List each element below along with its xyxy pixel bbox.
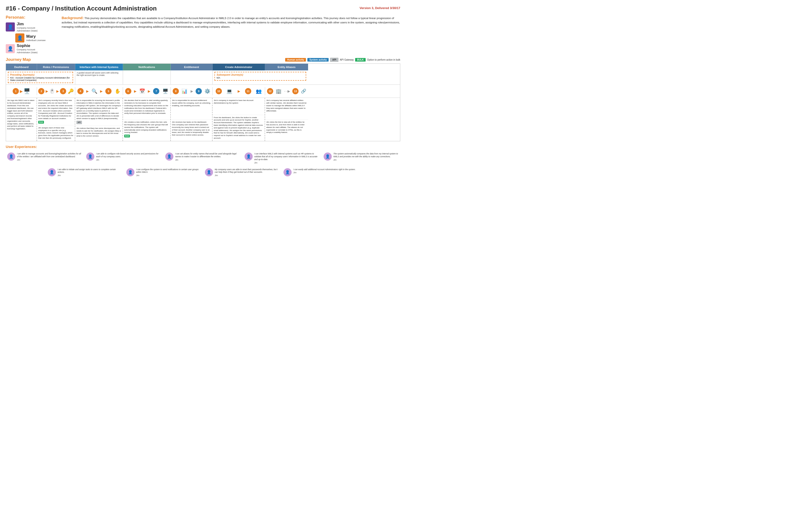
- step-icon-2: 🖱️: [49, 88, 55, 94]
- legend-api-label: API Gateway: [340, 59, 354, 61]
- arrow-8: ▶: [191, 89, 193, 93]
- arrow-4: ▶: [86, 89, 89, 93]
- user-experiences-section: User Experiences: 👤 I am able to manage …: [6, 145, 400, 178]
- ux-text-5: The system automatically compares the da…: [333, 152, 399, 158]
- ux-item-8: 👤 My company users are able to reset the…: [203, 167, 281, 178]
- ux-text-block-7: I can configure the system to send notif…: [136, 168, 201, 177]
- desc-roles-part1: Jim's company recently hired a few new e…: [37, 98, 75, 125]
- ux-item-1: 👤 I am able to manage accounts and licen…: [6, 151, 84, 165]
- desc-entitle-part1: Jim is responsible for account entitleme…: [171, 98, 212, 120]
- desc-notifications: Jim decides that he wants to start sendi…: [123, 98, 171, 141]
- ux-text-9: I can easily add additional Account Admi…: [293, 168, 356, 171]
- step-icon-11: 👥: [256, 88, 262, 94]
- legend-system: System activity: [307, 58, 329, 62]
- ux-avatar-4: 👤: [245, 152, 253, 161]
- arrow-10: ▶: [237, 89, 240, 93]
- persona-sophie-name: Sophie: [17, 43, 38, 48]
- persona-mary-name: Mary: [26, 34, 46, 39]
- preceding-title: Preceding Journey(s): [10, 74, 71, 76]
- step-circle-3: 3: [60, 88, 66, 94]
- col-header-roles: Roles / Permissions: [37, 64, 75, 70]
- background-section: Background: This journey demonstrates th…: [62, 15, 400, 54]
- badge-api: API: [76, 121, 82, 124]
- ux-text-2: I am able to configure role-based securi…: [96, 152, 161, 158]
- desc-entitlement: Jim is responsible for account entitleme…: [171, 98, 213, 141]
- step-icon-9: ⚙️: [204, 88, 211, 94]
- col-header-notifications: Notifications: [123, 64, 171, 70]
- arrow-5: ▶: [100, 89, 103, 93]
- arrow-6: ▶: [134, 89, 136, 93]
- ux-text-4: I can interface NMLS with internal syste…: [255, 152, 320, 161]
- ux-name-5: Jim: [333, 159, 399, 161]
- desc-admin-part1: Jim's company is required to have two Ac…: [213, 98, 265, 115]
- desc-notif-part1: Jim decides that he wants to start sendi…: [123, 98, 170, 120]
- ux-text-6: I am able to initiate and assign tasks t…: [58, 168, 122, 174]
- persona-jim-role: Company AccountAdministrator (State): [17, 27, 38, 32]
- ux-name-2: Jim: [96, 159, 161, 161]
- desc-notif-part2: Jim creates a new notification, enters t…: [123, 120, 170, 141]
- ux-text-1: I am able to manage accounts and licensi…: [17, 152, 82, 158]
- persona-jim-info: Jim Company AccountAdministrator (State): [17, 22, 38, 32]
- version-info: Version 3, Delivered 3/30/17: [360, 6, 400, 10]
- ux-name-8: Jim: [215, 174, 280, 177]
- persona-jim: 👤 Jim Company AccountAdministrator (Stat…: [6, 22, 56, 32]
- ux-text-block-9: I can easily add additional Account Admi…: [293, 168, 356, 174]
- step-icon-12: 🏢: [276, 88, 281, 94]
- desc-roles-part2: Jim assigns each of these new employees …: [37, 125, 75, 141]
- ux-item-7: 👤 I can configure the system to send not…: [125, 167, 203, 178]
- persona-mary: 👤 Mary Individual Licensee: [15, 33, 56, 43]
- desc-interface-part1: Jim is responsible for ensuring his lice…: [75, 98, 122, 126]
- legend: Human activity System activity API API G…: [285, 58, 400, 62]
- persona-sophie-info: Sophie Company AccountAdministrator (Sta…: [17, 43, 38, 54]
- persona-sophie: 👤 Sophie Company AccountAdministrator (S…: [6, 43, 56, 54]
- step-circle-12: 12: [267, 88, 273, 94]
- step-circle-7: 7: [153, 88, 159, 94]
- descriptions-row: Jim logs into NMLS and is taken to his A…: [6, 98, 400, 141]
- step-circle-9: 9: [195, 88, 202, 94]
- ux-avatar-1: 👤: [7, 152, 15, 161]
- ux-title: User Experiences:: [6, 145, 400, 149]
- ux-name-9: Jim: [293, 171, 356, 174]
- ux-text-block-4: I can interface NMLS with internal syste…: [255, 152, 320, 164]
- background-text: This journey demonstrates the capabiliti…: [62, 17, 400, 28]
- step-circle-1: 1: [13, 88, 19, 94]
- ux-item-9: 👤 I can easily add additional Account Ad…: [282, 167, 360, 178]
- empty-cell-notif: [123, 70, 171, 85]
- step-col-7: 12 🏢 - -▶ 13 🔗: [265, 87, 308, 95]
- step-circle-4: 4: [77, 88, 84, 94]
- ux-name-1: Jim: [17, 159, 82, 161]
- step-icon-5: ✋: [115, 88, 121, 94]
- ux-text-3: I can set aliases for entity names that …: [175, 152, 241, 158]
- step-icon-8: 📊: [182, 88, 188, 94]
- desc-create-admin: Jim's company is required to have two Ac…: [213, 98, 265, 141]
- persona-sophie-role: Company AccountAdministrator (State): [17, 48, 38, 54]
- ux-item-5: 👤 The system automatically compares the …: [322, 151, 400, 165]
- ux-name-4: Jim: [255, 162, 320, 164]
- arrow-12: - -▶: [284, 89, 290, 93]
- step-col-6: 10 💻 ▶ 11 👥: [213, 87, 265, 95]
- ux-text-8: My company users are able to reset their…: [215, 168, 280, 174]
- interface-note-cell: A guided wizard will assist users with s…: [75, 70, 123, 85]
- persona-icon-mary: 👤: [15, 33, 24, 43]
- col-header-entity: Entity Aliases: [265, 64, 308, 70]
- journey-map-title: Journey Map: [6, 57, 31, 62]
- step-col-1: 1 ▶ 🖥️: [6, 87, 37, 95]
- arrow-7: ▶: [148, 89, 150, 93]
- ux-text-block-3: I can set aliases for entity names that …: [175, 152, 241, 161]
- journey-map-header: Journey Map Human activity System activi…: [6, 57, 400, 62]
- ux-row-2: 👤 I am able to initiate and assign tasks…: [46, 167, 360, 178]
- badge-bulk-1: Bulk: [38, 121, 44, 124]
- ux-avatar-8: 👤: [205, 168, 213, 176]
- step-icon-6: 📅: [139, 88, 145, 94]
- badge-bulk-2: Bulk: [124, 135, 130, 137]
- col-header-create-admin: Create Administrator: [213, 64, 265, 70]
- step-circle-2: 2: [38, 88, 44, 94]
- persona-mary-info: Mary Individual Licensee: [26, 34, 46, 42]
- step-circle-13: 13: [292, 88, 299, 94]
- step-circle-5: 5: [105, 88, 112, 94]
- legend-bulk-label: Option to perform action in bulk: [367, 59, 400, 61]
- ux-text-block-2: I am able to configure role-based securi…: [96, 152, 161, 161]
- desc-entity: Jim's company has several affiliated ent…: [265, 98, 308, 141]
- ux-text-block-5: The system automatically compares the da…: [333, 152, 399, 161]
- ux-row-1: 👤 I am able to manage accounts and licen…: [6, 151, 400, 165]
